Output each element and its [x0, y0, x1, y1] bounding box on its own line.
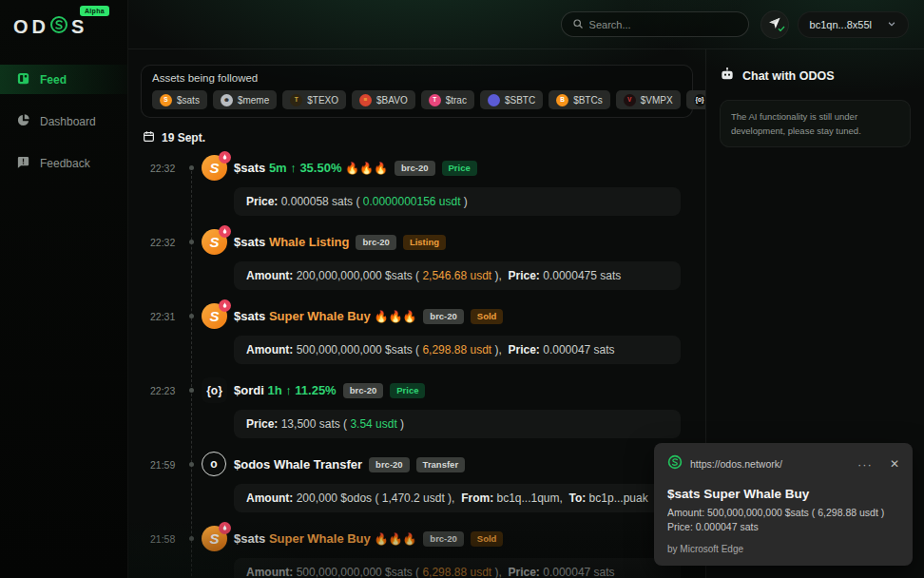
- toast-header: https://odos.network/ ··· ✕: [667, 454, 899, 473]
- toast-more-icon[interactable]: ···: [857, 457, 873, 472]
- toast-amount-line: Amount: 500,000,000,000 $sats ( 6,298.88…: [667, 507, 899, 518]
- asset-chip[interactable]: $SBTC: [480, 90, 543, 109]
- feed-item-head: $sats Super Whale Buy 🔥🔥🔥brc-20Sold: [234, 526, 693, 551]
- title-segment: Super Whale Buy: [269, 531, 375, 546]
- asset-chip[interactable]: S$sats: [152, 90, 207, 109]
- sidebar-item-feed[interactable]: Feed: [0, 65, 127, 94]
- feed-tag-brc-20: brc-20: [356, 235, 396, 250]
- detail-segment: 0.000047 sats: [540, 566, 615, 578]
- wallet-address-button[interactable]: bc1qn...8x55l: [798, 11, 909, 38]
- detail-segment: 0.0000000156 usdt: [363, 195, 461, 208]
- chat-message: The AI functionality is still under deve…: [720, 100, 911, 147]
- asset-coin-icon: {o}: [694, 94, 705, 106]
- fire-badge-icon: [219, 299, 231, 312]
- coin-icon-sats: S: [202, 303, 227, 329]
- asset-chip[interactable]: T$TEXO: [282, 90, 346, 109]
- toast-close-icon[interactable]: ✕: [890, 457, 899, 471]
- feed-tag-brc-20: brc-20: [423, 531, 464, 547]
- assets-panel-title: Assets being followed: [152, 72, 682, 84]
- asset-coin-icon: [488, 94, 500, 106]
- detail-segment: ): [461, 195, 468, 208]
- asset-chip[interactable]: B$BTCs: [549, 90, 610, 109]
- asset-chip[interactable]: {o}$ordi: [686, 90, 705, 109]
- feed-item[interactable]: 21:58S$sats Super Whale Buy 🔥🔥🔥brc-20Sol…: [141, 526, 693, 578]
- feed-item-detail: Amount: 500,000,000,000 $sats ( 6,298.88…: [234, 558, 681, 578]
- feed-tag-brc-20: brc-20: [343, 383, 384, 398]
- asset-coin-icon: T: [290, 94, 302, 106]
- title-segment: $sats: [234, 309, 269, 323]
- detail-segment: Price:: [509, 343, 540, 356]
- chevron-down-icon: [887, 19, 896, 30]
- detail-segment: 500,000,000,000 $sats (: [293, 566, 422, 578]
- fire-badge-icon: [219, 225, 231, 238]
- feed-tag-sold: Sold: [471, 309, 504, 324]
- notification-toast[interactable]: https://odos.network/ ··· ✕ $sats Super …: [654, 443, 913, 566]
- feed-item[interactable]: 22:23{o}$ordi 1h ↑ 11.25%brc-20PricePric…: [141, 377, 693, 438]
- sidebar-item-label: Feed: [40, 73, 67, 87]
- feed-item-head: $sats Super Whale Buy 🔥🔥🔥brc-20Sold: [234, 303, 693, 329]
- feed-item[interactable]: 22:31S$sats Super Whale Buy 🔥🔥🔥brc-20Sol…: [141, 303, 693, 364]
- coin-icon-odos: o: [202, 452, 226, 476]
- feed-item[interactable]: 21:59o$odos Whale Transferbrc-20Transfer…: [141, 452, 693, 512]
- asset-coin-icon: ≡: [359, 94, 372, 106]
- asset-chip-label: $BTCs: [573, 95, 603, 106]
- toast-title: $sats Super Whale Buy: [667, 487, 899, 501]
- asset-chip-label: $BAVO: [376, 95, 408, 106]
- fire-badge-icon: [219, 522, 231, 534]
- asset-chip[interactable]: T$trac: [421, 90, 474, 109]
- odos-ring-icon: [49, 15, 71, 39]
- sidebar-item-dashboard[interactable]: Dashboard: [0, 106, 127, 136]
- feed-tag-sold: Sold: [471, 531, 504, 547]
- feed-tag-brc-20: brc-20: [423, 309, 464, 324]
- search-input[interactable]: [589, 19, 738, 30]
- title-segment: $sats: [234, 531, 269, 546]
- timeline-dot: [189, 240, 194, 244]
- feed-column: Assets being followed S$sats☻$memeT$TEXO…: [128, 49, 705, 578]
- asset-chip[interactable]: ≡$BAVO: [352, 90, 415, 109]
- alpha-badge: Alpha: [80, 6, 109, 16]
- feed-tag-price: Price: [442, 161, 477, 176]
- asset-chip-label: $SBTC: [505, 95, 535, 106]
- timeline-dot: [189, 314, 194, 318]
- odos-ring-icon: [667, 454, 683, 473]
- toast-url: https://odos.network/: [690, 458, 850, 470]
- feed-item[interactable]: 22:32S$sats 5m ↑ 35.50% 🔥🔥🔥brc-20PricePr…: [141, 155, 693, 216]
- feed-item-time: 21:59: [150, 459, 175, 471]
- detail-segment: 3.54 usdt: [350, 417, 396, 431]
- feed-tag-brc-20: brc-20: [395, 161, 435, 176]
- asset-coin-icon: V: [624, 94, 636, 106]
- timeline-dot: [189, 165, 194, 170]
- asset-coin-icon: S: [160, 94, 172, 106]
- sidebar-nav: Feed Dashboard Feedback: [0, 65, 127, 178]
- detail-segment: 2,546.68 usdt: [422, 269, 491, 282]
- timeline-dot: [189, 388, 194, 393]
- logo-wrap: Alpha OD S: [0, 0, 127, 49]
- toast-source: by Microsoft Edge: [667, 544, 899, 554]
- wallet-address: bc1qn...8x55l: [810, 19, 872, 30]
- telegram-share-button[interactable]: [760, 10, 789, 39]
- title-segment: 5m ↑ 35.50%: [269, 161, 345, 175]
- feedback-icon: [16, 155, 30, 172]
- detail-segment: Price:: [509, 269, 540, 282]
- feed-item[interactable]: 22:32S$sats Whale Listingbrc-20ListingAm…: [141, 229, 693, 290]
- feed-item-title: $sats 5m ↑ 35.50% 🔥🔥🔥: [234, 161, 388, 175]
- assets-chips-line: S$sats☻$memeT$TEXO≡$BAVOT$trac$SBTCB$BTC…: [152, 90, 682, 109]
- detail-segment: 0.0000475 sats: [540, 269, 621, 282]
- asset-chip[interactable]: ☻$meme: [213, 90, 277, 109]
- asset-coin-icon: ☻: [221, 94, 233, 106]
- feed-item-head: $odos Whale Transferbrc-20Transfer: [234, 452, 693, 477]
- feed-date-label: 19 Sept.: [162, 131, 205, 144]
- detail-segment: ),: [491, 343, 508, 356]
- coin-icon-sats: S: [202, 526, 227, 551]
- search-icon: [572, 16, 584, 33]
- search-bar[interactable]: [561, 11, 749, 37]
- asset-chips-row: S$sats☻$memeT$TEXO≡$BAVOT$trac$SBTCB$BTC…: [152, 90, 705, 109]
- detail-segment: To:: [569, 491, 587, 505]
- feed-tag-listing: Listing: [403, 235, 446, 250]
- asset-chip[interactable]: V$VMPX: [616, 90, 681, 109]
- asset-chip-label: $TEXO: [307, 95, 338, 106]
- sidebar-item-feedback[interactable]: Feedback: [0, 148, 127, 178]
- title-segment: 1h ↑ 11.25%: [267, 383, 336, 397]
- topbar: bc1qn...8x55l: [128, 0, 924, 49]
- asset-chip-label: $VMPX: [641, 95, 673, 106]
